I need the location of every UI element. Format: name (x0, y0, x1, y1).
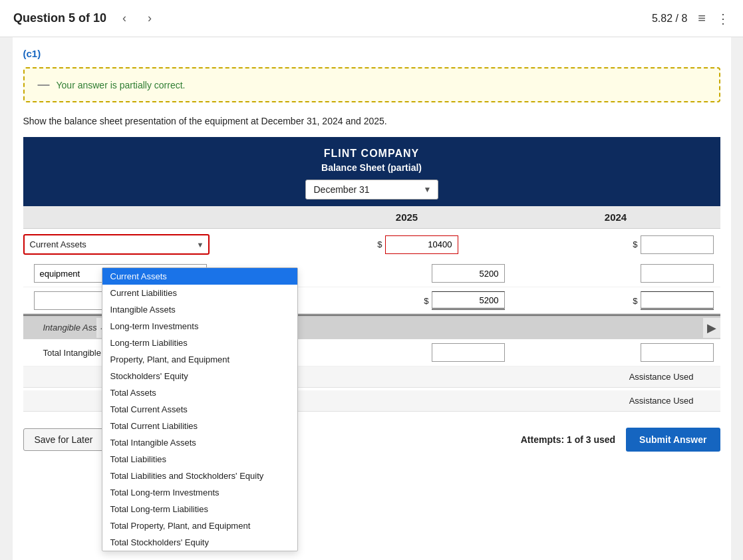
bottom-right: Attempts: 1 of 3 used Submit Answer (521, 428, 720, 452)
attempts-text: Attempts: 1 of 3 used (521, 434, 615, 445)
dropdown-item-total-current-assets[interactable]: Total Current Assets (102, 401, 297, 418)
bs-header: FLINT COMPANY Balance Sheet (partial) De… (23, 137, 720, 206)
dollar-sign-3-2024: $ (633, 296, 637, 306)
dropdown-item-stockholders-equity[interactable]: Stockholders' Equity (102, 368, 297, 384)
top-bar: Question 5 of 10 ‹ › 5.82 / 8 ≡ ⋮ (0, 0, 743, 37)
date-select-wrapper[interactable]: December 31 (305, 180, 438, 200)
input-row2-2024[interactable] (641, 264, 714, 283)
alert-box: — Your answer is partially correct. (23, 67, 720, 102)
dollar-sign-1-2024: $ (633, 239, 637, 249)
bs-date-row: December 31 (30, 180, 714, 200)
alert-text: Your answer is partially correct. (57, 80, 186, 90)
input-row2-2025[interactable] (432, 264, 505, 283)
dropdown-item-total-ppe[interactable]: Total Property, Plant, and Equipment (102, 517, 297, 534)
row2-2025 (303, 264, 512, 283)
dropdown-item-total-liabilities-stockholders[interactable]: Total Liabilities and Stockholders' Equi… (102, 468, 297, 484)
dropdown-item-total-current-liabilities[interactable]: Total Current Liabilities (102, 418, 297, 434)
assistance-text-1: Assistance Used (303, 372, 720, 382)
dropdown-overlay[interactable]: Current Assets Current Liabilities Intan… (102, 267, 298, 551)
row1-2024: $ (465, 235, 720, 254)
main-content: (c1) — Your answer is partially correct.… (13, 37, 731, 560)
assistance-text-2: Assistance Used (303, 396, 720, 406)
top-right: 5.82 / 8 ≡ ⋮ (652, 11, 730, 27)
row1-2025: $ (210, 235, 465, 254)
bs-company: FLINT COMPANY (30, 148, 714, 160)
dropdown-item-total-long-term-liabilities[interactable]: Total Long-term Liabilities (102, 501, 297, 517)
dropdown-item-total-liabilities[interactable]: Total Liabilities (102, 451, 297, 468)
dropdown-item-ppe[interactable]: Property, Plant, and Equipment (102, 351, 297, 368)
date-select[interactable]: December 31 (305, 180, 438, 200)
col-2025-header: 2025 (303, 211, 512, 223)
dropdown-item-total-stockholders-equity[interactable]: Total Stockholders' Equity (102, 534, 297, 551)
alert-icon: — (38, 78, 50, 92)
submit-answer-button[interactable]: Submit Answer (626, 428, 720, 452)
input-row1-2025[interactable] (385, 235, 458, 254)
prev-button[interactable]: ‹ (117, 9, 132, 28)
input-row3-2025[interactable] (432, 291, 505, 310)
dropdown-item-total-long-term-investments[interactable]: Total Long-term Investments (102, 484, 297, 501)
more-options-button[interactable]: ⋮ (716, 11, 730, 27)
bs-title: Balance Sheet (partial) (30, 162, 714, 173)
dropdown-item-current-liabilities[interactable]: Current Liabilities (102, 285, 297, 301)
bs-columns-header: 2025 2024 (23, 206, 720, 229)
section-select[interactable]: Current Assets Current Liabilities Intan… (23, 234, 210, 255)
instruction-text: Show the balance sheet presentation of t… (23, 116, 720, 126)
list-icon-button[interactable]: ≡ (698, 11, 706, 26)
input-row3-2024[interactable] (641, 291, 714, 310)
part-label: (c1) (23, 48, 720, 59)
save-later-button[interactable]: Save for Later (23, 428, 104, 451)
question-label: Question 5 of 10 (13, 11, 106, 25)
input-total-intangible-2024[interactable] (641, 343, 714, 362)
dropdown-item-current-assets[interactable]: Current Assets (102, 268, 297, 285)
col-2024-header: 2024 (512, 211, 720, 223)
scroll-right-button[interactable]: ▶ (703, 318, 720, 338)
total-intangible-2024 (512, 343, 720, 362)
dropdown-item-long-term-investments[interactable]: Long-term Investments (102, 318, 297, 335)
section-dropdown-row: Current Assets Current Liabilities Intan… (23, 229, 720, 260)
row3-2025: $ (303, 291, 512, 310)
dropdown-item-total-assets[interactable]: Total Assets (102, 384, 297, 401)
dropdown-item-total-intangible-assets[interactable]: Total Intangible Assets (102, 434, 297, 451)
row2-2024 (512, 264, 720, 283)
input-total-intangible-2025[interactable] (432, 343, 505, 362)
dropdown-item-long-term-liabilities[interactable]: Long-term Liabilities (102, 335, 297, 351)
input-row1-2024[interactable] (641, 235, 714, 254)
total-intangible-2025 (303, 343, 512, 362)
score-display: 5.82 / 8 (652, 13, 687, 25)
dollar-sign-3-2025: $ (424, 296, 428, 306)
bs-body: Current Assets Current Liabilities Intan… (23, 229, 720, 412)
section-select-wrapper[interactable]: Current Assets Current Liabilities Intan… (23, 234, 210, 255)
balance-sheet: FLINT COMPANY Balance Sheet (partial) De… (23, 137, 720, 412)
dollar-sign-1-2025: $ (377, 239, 382, 249)
row3-2024: $ (512, 291, 720, 310)
top-left: Question 5 of 10 ‹ › (13, 9, 157, 28)
next-button[interactable]: › (142, 9, 157, 28)
dropdown-item-intangible-assets[interactable]: Intangible Assets (102, 301, 297, 318)
